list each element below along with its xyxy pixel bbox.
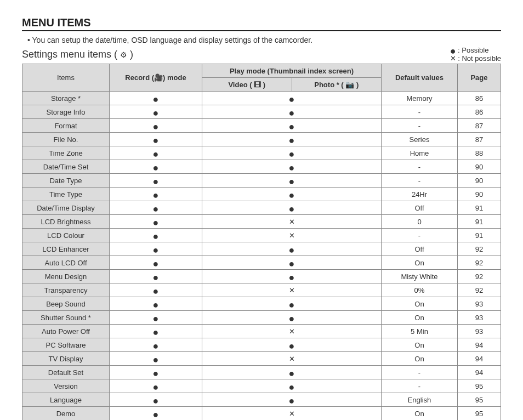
row-item: LCD Brightness (22, 215, 110, 229)
row-page: 86 (458, 92, 501, 105)
table-row: Time Zone●●Home88 (22, 146, 501, 160)
row-item: Transparency (22, 283, 110, 297)
row-item: TV Display (22, 352, 110, 366)
bullet-icon: • (27, 36, 30, 44)
row-page: 91 (458, 229, 501, 242)
legend: ● : Possible ✕ : Not possible (450, 46, 501, 63)
subtitle-prefix: Settings menu items ( (22, 49, 120, 60)
row-play: ● (202, 188, 382, 201)
row-item: Storage * (22, 92, 110, 105)
row-item: Time Type (22, 188, 110, 201)
row-default: 5 Min (382, 325, 458, 338)
table-row: File No.●●Series87 (22, 133, 501, 146)
intro-line: • You can setup the date/time, OSD langu… (27, 36, 501, 44)
row-page: 95 (458, 379, 501, 393)
table-row: Date Type●●-90 (22, 174, 501, 188)
row-page: 93 (458, 311, 501, 325)
row-rec: ● (110, 160, 202, 174)
row-page: 92 (458, 242, 501, 256)
row-item: Date Type (22, 174, 110, 188)
row-rec: ● (110, 174, 202, 188)
row-play: ● (202, 92, 382, 105)
row-rec: ● (110, 215, 202, 229)
table-row: Date/Time Set●●-90 (22, 160, 501, 174)
row-page: 86 (458, 105, 501, 119)
row-default: On (382, 256, 458, 270)
row-page: 95 (458, 393, 501, 407)
row-rec: ● (110, 311, 202, 325)
row-default: - (382, 229, 458, 242)
row-item: Date/Time Set (22, 160, 110, 174)
row-play: ● (202, 133, 382, 146)
row-rec: ● (110, 325, 202, 338)
row-play: ✕ (202, 352, 382, 366)
row-play: ● (202, 201, 382, 215)
row-default: English (382, 393, 458, 407)
possible-text: : Possible (456, 46, 489, 54)
th-video: Video ( 🎞 ) (202, 78, 292, 92)
table-row: PC Software●●On94 (22, 338, 501, 352)
row-page: 93 (458, 325, 501, 338)
row-play: ● (202, 270, 382, 283)
row-item: Menu Design (22, 270, 110, 283)
row-page: 91 (458, 215, 501, 229)
row-play: ● (202, 311, 382, 325)
table-row: TV Display●✕On94 (22, 352, 501, 366)
row-item: LCD Colour (22, 229, 110, 242)
row-page: 92 (458, 283, 501, 297)
row-page: 94 (458, 338, 501, 352)
row-page: 90 (458, 188, 501, 201)
th-playmode: Play mode (Thumbnail index screen) (202, 64, 382, 78)
row-page: 88 (458, 146, 501, 160)
table-row: Date/Time Display●●Off91 (22, 201, 501, 215)
table-row: Default Set●●-94 (22, 366, 501, 379)
page-title: MENU ITEMS (22, 16, 501, 31)
table-row: Demo●✕On95 (22, 407, 501, 421)
row-rec: ● (110, 297, 202, 311)
row-play: ● (202, 338, 382, 352)
row-item: Version (22, 379, 110, 393)
row-rec: ● (110, 229, 202, 242)
row-page: 95 (458, 407, 501, 421)
row-default: Memory (382, 92, 458, 105)
row-default: Home (382, 146, 458, 160)
row-default: - (382, 174, 458, 188)
row-default: On (382, 407, 458, 421)
row-rec: ● (110, 133, 202, 146)
row-rec: ● (110, 352, 202, 366)
row-play: ● (202, 366, 382, 379)
table-row: Language●●English95 (22, 393, 501, 407)
row-page: 91 (458, 201, 501, 215)
row-page: 92 (458, 256, 501, 270)
th-items: Items (22, 64, 110, 92)
row-play: ● (202, 297, 382, 311)
table-row: Transparency●✕0%92 (22, 283, 501, 297)
row-default: Off (382, 242, 458, 256)
row-default: 0% (382, 283, 458, 297)
row-play: ✕ (202, 215, 382, 229)
row-item: Format (22, 119, 110, 133)
row-item: Default Set (22, 366, 110, 379)
table-row: Time Type●●24Hr90 (22, 188, 501, 201)
table-row: Auto Power Off●✕5 Min93 (22, 325, 501, 338)
row-item: File No. (22, 133, 110, 146)
row-rec: ● (110, 146, 202, 160)
row-page: 94 (458, 366, 501, 379)
table-row: Auto LCD Off●●On92 (22, 256, 501, 270)
row-item: Language (22, 393, 110, 407)
row-default: - (382, 119, 458, 133)
settings-table: Items Record (🎥) mode Play mode (Thumbna… (22, 64, 501, 420)
row-item: LCD Enhancer (22, 242, 110, 256)
row-item: Date/Time Display (22, 201, 110, 215)
row-rec: ● (110, 242, 202, 256)
row-rec: ● (110, 379, 202, 393)
row-play: ✕ (202, 283, 382, 297)
row-play: ● (202, 256, 382, 270)
th-page: Page (458, 64, 501, 92)
table-row: LCD Colour●✕-91 (22, 229, 501, 242)
row-rec: ● (110, 270, 202, 283)
gear-icon: ⚙ (120, 50, 127, 59)
row-play: ● (202, 393, 382, 407)
row-default: On (382, 338, 458, 352)
table-body: Storage *●●Memory86Storage Info●●-86Form… (22, 92, 501, 421)
